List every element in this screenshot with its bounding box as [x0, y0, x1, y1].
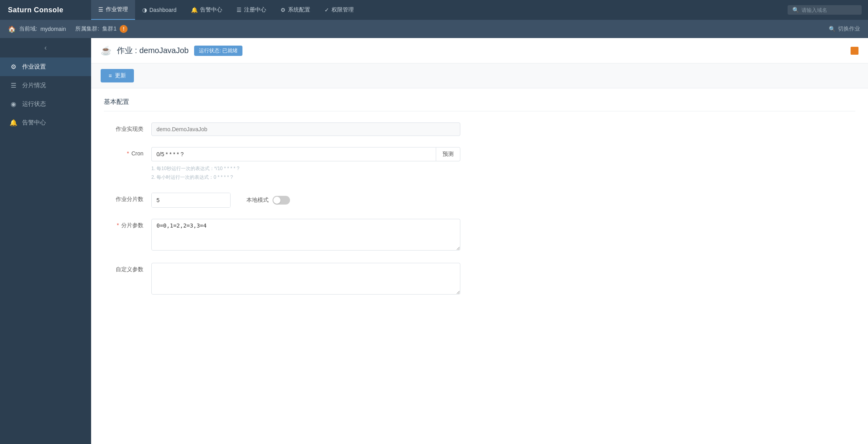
- status-badge: 运行状态: 已就绪: [194, 46, 242, 56]
- shards-number-wrap: ▲ ▼: [151, 193, 231, 208]
- content-inner: ☕ 作业 : demoJavaJob 运行状态: 已就绪 ≡ 更新 基本配置: [91, 38, 868, 444]
- collapse-icon: ‹: [44, 44, 47, 52]
- sidebar-item-job-settings-label: 作业设置: [22, 63, 46, 71]
- cluster-value: 集群1: [102, 25, 116, 33]
- global-search[interactable]: 🔍: [788, 5, 862, 15]
- shards-label: 作业分片数: [104, 193, 151, 203]
- sidebar-menu: ⚙ 作业设置 ☰ 分片情况 ◉ 运行状态 🔔 告警中心: [0, 57, 91, 444]
- toolbar: ≡ 更新: [91, 63, 868, 88]
- domain-info: 🏠 当前域: mydomain 所属集群: 集群1 !: [8, 25, 128, 33]
- job-class-row: 作业实现类: [104, 122, 855, 136]
- sidebar-item-shard-status-label: 分片情况: [22, 82, 46, 89]
- tab-system-config-label: 系统配置: [288, 6, 310, 13]
- form-section: 基本配置 作业实现类 * Cron: [91, 88, 868, 316]
- nav-tabs: ☰ 作业管理 ◑ Dashboard 🔔 告警中心 ☰ 注册中心 ⚙ 系统配置 …: [91, 0, 788, 20]
- domain-value: mydomain: [40, 26, 66, 32]
- update-btn-label: 更新: [115, 72, 126, 79]
- custom-params-row: 自定义参数: [104, 263, 855, 296]
- shard-params-label: * 分片参数: [104, 219, 151, 229]
- orange-indicator: [851, 47, 858, 55]
- tab-dashboard[interactable]: ◑ Dashboard: [135, 0, 184, 20]
- sidebar-item-alert-center[interactable]: 🔔 告警中心: [0, 113, 91, 132]
- tab-job-management[interactable]: ☰ 作业管理: [91, 0, 135, 20]
- run-status-icon: ◉: [10, 100, 17, 108]
- shard-params-row: * 分片参数 0=0,1=2,2=3,3=4: [104, 219, 855, 252]
- tab-job-management-label: 作业管理: [106, 6, 128, 13]
- switch-job-search-icon: 🔍: [829, 26, 836, 32]
- dashboard-icon: ◑: [142, 7, 147, 13]
- auth-icon: ✓: [324, 7, 329, 13]
- cluster-label: 所属集群:: [75, 25, 99, 33]
- registration-icon: ☰: [237, 7, 242, 13]
- custom-params-label: 自定义参数: [104, 263, 151, 273]
- predict-button[interactable]: 预测: [436, 147, 460, 161]
- section-title: 基本配置: [104, 98, 855, 111]
- sidebar-item-run-status-label: 运行状态: [22, 100, 46, 108]
- top-nav: Saturn Console ☰ 作业管理 ◑ Dashboard 🔔 告警中心…: [0, 0, 868, 20]
- job-class-control: [151, 122, 460, 136]
- update-button[interactable]: ≡ 更新: [101, 69, 134, 82]
- page-header: ☕ 作业 : demoJavaJob 运行状态: 已就绪: [91, 38, 868, 63]
- shard-params-textarea[interactable]: 0=0,1=2,2=3,3=4: [151, 219, 460, 251]
- tab-auth-management[interactable]: ✓ 权限管理: [317, 0, 361, 20]
- tab-registration[interactable]: ☰ 注册中心: [229, 0, 273, 20]
- shard-status-icon: ☰: [10, 82, 17, 89]
- cron-label: * Cron: [104, 147, 151, 157]
- sidebar-item-run-status[interactable]: ◉ 运行状态: [0, 95, 91, 113]
- tab-registration-label: 注册中心: [244, 6, 266, 13]
- cron-control: 预测 1. 每10秒运行一次的表达式：*/10 * * * * ? 2. 每小时…: [151, 147, 460, 182]
- alert-icon: 🔔: [191, 7, 198, 13]
- search-icon: 🔍: [792, 7, 799, 13]
- tab-dashboard-label: Dashboard: [149, 7, 177, 13]
- tab-alert-label: 告警中心: [200, 6, 222, 13]
- brand-title: Saturn Console: [0, 6, 91, 14]
- cron-input-row: 预测: [151, 147, 460, 161]
- warning-icon[interactable]: !: [120, 25, 128, 33]
- cron-hint-2: 2. 每小时运行一次的表达式：0 * * * * ?: [151, 173, 460, 182]
- cron-hint-1: 1. 每10秒运行一次的表达式：*/10 * * * * ?: [151, 165, 460, 173]
- cron-required-star: *: [127, 150, 129, 157]
- toggle-track[interactable]: [273, 196, 290, 205]
- sidebar-collapse-btn[interactable]: ‹: [0, 38, 91, 57]
- java-job-icon: ☕: [101, 46, 111, 56]
- tab-system-config[interactable]: ⚙ 系统配置: [273, 0, 317, 20]
- custom-params-textarea[interactable]: [151, 263, 460, 295]
- tab-alert-center[interactable]: 🔔 告警中心: [184, 0, 229, 20]
- shards-local-row: ▲ ▼ 本地模式: [151, 193, 460, 208]
- sidebar-item-job-settings[interactable]: ⚙ 作业设置: [0, 57, 91, 76]
- local-mode: 本地模式: [246, 196, 290, 205]
- shards-control: ▲ ▼ 本地模式: [151, 193, 460, 208]
- shards-input[interactable]: [152, 193, 231, 207]
- custom-params-control: [151, 263, 460, 296]
- shard-params-required-star: *: [117, 222, 119, 228]
- system-config-icon: ⚙: [280, 7, 286, 13]
- cron-input[interactable]: [151, 147, 436, 161]
- second-bar: 🏠 当前域: mydomain 所属集群: 集群1 ! 🔍 切换作业: [0, 20, 868, 38]
- sidebar-alert-icon: 🔔: [10, 119, 17, 126]
- main-layout: ‹ ⚙ 作业设置 ☰ 分片情况 ◉ 运行状态 🔔 告警中心: [0, 38, 868, 444]
- page-title: 作业 : demoJavaJob: [117, 45, 189, 56]
- sidebar-item-shard-status[interactable]: ☰ 分片情况: [0, 76, 91, 95]
- job-management-icon: ☰: [98, 6, 103, 13]
- content: ☕ 作业 : demoJavaJob 运行状态: 已就绪 ≡ 更新 基本配置: [91, 38, 868, 444]
- job-settings-icon: ⚙: [10, 63, 17, 71]
- shards-row: 作业分片数 ▲ ▼ 本地模式: [104, 193, 855, 208]
- job-class-label: 作业实现类: [104, 122, 151, 133]
- local-mode-label: 本地模式: [246, 197, 269, 204]
- shard-params-control: 0=0,1=2,2=3,3=4: [151, 219, 460, 252]
- update-btn-icon: ≡: [109, 73, 112, 79]
- local-mode-toggle[interactable]: [273, 196, 290, 205]
- switch-job[interactable]: 🔍 切换作业: [829, 25, 860, 33]
- job-class-input[interactable]: [151, 122, 460, 136]
- sidebar: ‹ ⚙ 作业设置 ☰ 分片情况 ◉ 运行状态 🔔 告警中心: [0, 38, 91, 444]
- cron-row: * Cron 预测 1. 每10秒运行一次的表达式：*/10 * * * * ?…: [104, 147, 855, 182]
- sidebar-item-alert-label: 告警中心: [22, 119, 46, 126]
- switch-job-label: 切换作业: [838, 25, 860, 33]
- home-icon: 🏠: [8, 25, 16, 33]
- search-input[interactable]: [801, 7, 857, 13]
- cron-hints: 1. 每10秒运行一次的表达式：*/10 * * * * ? 2. 每小时运行一…: [151, 165, 460, 182]
- domain-label: 当前域:: [19, 25, 37, 33]
- tab-auth-label: 权限管理: [332, 6, 354, 13]
